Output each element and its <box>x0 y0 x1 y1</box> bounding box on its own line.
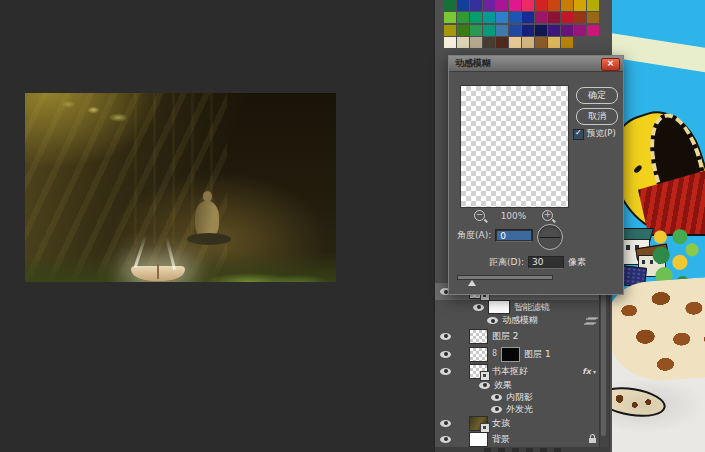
layer-name[interactable]: 背景 <box>492 433 510 446</box>
layer-row-layer2[interactable]: 图层 2 <box>435 327 610 345</box>
footer-icon[interactable] <box>526 448 533 452</box>
layer-row-book[interactable]: 书本抠好 fx▾ <box>435 363 610 379</box>
color-swatch[interactable] <box>457 37 469 48</box>
color-swatch[interactable] <box>548 37 560 48</box>
color-swatch[interactable] <box>509 0 521 11</box>
color-swatch[interactable] <box>483 12 495 23</box>
layer-row-inner-shadow[interactable]: 内阴影 <box>435 391 610 403</box>
fx-icon[interactable]: fx <box>582 367 591 376</box>
close-icon[interactable] <box>601 58 620 71</box>
visibility-eye-icon[interactable] <box>440 368 451 375</box>
filter-name[interactable]: 动感模糊 <box>502 314 538 327</box>
layer-name[interactable]: 智能滤镜 <box>514 301 550 314</box>
layer-row-motion-blur-filter[interactable]: 动感模糊 <box>435 314 610 327</box>
color-swatch[interactable] <box>561 12 573 23</box>
color-swatch[interactable] <box>535 12 547 23</box>
color-swatch[interactable] <box>483 37 495 48</box>
color-swatch[interactable] <box>535 0 547 11</box>
layer-name[interactable]: 书本抠好 <box>492 365 528 378</box>
layer-thumbnail[interactable] <box>469 329 488 344</box>
visibility-eye-icon[interactable] <box>473 304 484 311</box>
zoom-in-icon[interactable] <box>542 210 553 221</box>
layer-thumbnail[interactable] <box>469 347 488 362</box>
preview-checkbox-row[interactable]: 预览(P) <box>573 128 616 140</box>
visibility-eye-icon[interactable] <box>440 420 451 427</box>
layer-row-smart-filters[interactable]: 智能滤镜 <box>435 300 610 314</box>
layer-name[interactable]: 图层 1 <box>524 348 551 361</box>
color-swatch[interactable] <box>483 25 495 36</box>
color-swatch[interactable] <box>561 37 573 48</box>
color-swatch[interactable] <box>561 25 573 36</box>
color-swatch[interactable] <box>509 25 521 36</box>
color-swatch[interactable] <box>496 12 508 23</box>
layer-thumbnail[interactable] <box>469 432 488 447</box>
color-swatch[interactable] <box>470 12 482 23</box>
slider-handle[interactable] <box>468 280 476 286</box>
dialog-title-bar[interactable]: 动感模糊 <box>449 56 623 72</box>
color-swatch[interactable] <box>548 0 560 11</box>
layer-mask-thumbnail[interactable] <box>501 347 520 362</box>
color-swatch[interactable] <box>457 0 469 11</box>
color-swatch[interactable] <box>535 37 547 48</box>
expand-caret-icon[interactable]: ▾ <box>593 368 596 375</box>
color-swatch[interactable] <box>483 0 495 11</box>
layer-row-outer-glow[interactable]: 外发光 <box>435 403 610 415</box>
color-swatch[interactable] <box>509 37 521 48</box>
color-swatch[interactable] <box>574 12 586 23</box>
layers-scrollbar[interactable] <box>599 283 610 450</box>
ok-button[interactable]: 确定 <box>576 87 618 104</box>
color-swatch[interactable] <box>522 25 534 36</box>
zoom-out-icon[interactable] <box>474 210 485 221</box>
color-swatch[interactable] <box>574 25 586 36</box>
layer-row-girl[interactable]: 女孩 <box>435 415 610 431</box>
color-swatch[interactable] <box>444 12 456 23</box>
footer-icon[interactable] <box>498 448 505 452</box>
layer-thumbnail[interactable] <box>469 364 488 379</box>
filter-blending-options-icon[interactable] <box>586 317 596 324</box>
visibility-eye-icon[interactable] <box>491 394 502 401</box>
footer-icon[interactable] <box>540 448 547 452</box>
layer-row-effects[interactable]: 效果 <box>435 379 610 391</box>
color-swatch[interactable] <box>587 12 599 23</box>
footer-icon[interactable] <box>484 448 491 452</box>
color-swatch[interactable] <box>548 12 560 23</box>
color-swatch[interactable] <box>470 25 482 36</box>
cancel-button[interactable]: 取消 <box>576 108 618 125</box>
color-swatch[interactable] <box>522 37 534 48</box>
footer-icon[interactable] <box>554 448 561 452</box>
layer-thumbnail[interactable] <box>469 416 488 431</box>
canvas-photo-girl-forest[interactable] <box>25 93 336 282</box>
checkbox-checked-icon[interactable] <box>573 129 584 140</box>
distance-slider[interactable] <box>457 275 553 280</box>
mask-link-icon[interactable]: 8 <box>492 350 497 358</box>
effect-name[interactable]: 外发光 <box>506 403 533 416</box>
color-swatch[interactable] <box>587 0 599 11</box>
filter-preview-area[interactable] <box>460 85 569 208</box>
visibility-eye-icon[interactable] <box>479 382 490 389</box>
color-swatch[interactable] <box>522 12 534 23</box>
angle-input[interactable]: 0 <box>495 229 533 242</box>
color-swatch[interactable] <box>444 0 456 11</box>
color-swatch[interactable] <box>548 25 560 36</box>
layer-row-layer1[interactable]: 8 图层 1 <box>435 345 610 363</box>
visibility-eye-icon[interactable] <box>440 333 451 340</box>
color-swatch[interactable] <box>561 0 573 11</box>
color-swatch[interactable] <box>574 0 586 11</box>
visibility-eye-icon[interactable] <box>491 406 502 413</box>
color-swatch[interactable] <box>470 0 482 11</box>
visibility-eye-icon[interactable] <box>487 317 498 324</box>
angle-dial[interactable] <box>537 224 563 250</box>
footer-icon[interactable] <box>512 448 519 452</box>
color-swatch[interactable] <box>496 0 508 11</box>
visibility-eye-icon[interactable] <box>440 436 451 443</box>
color-swatch[interactable] <box>587 25 599 36</box>
color-swatch[interactable] <box>457 25 469 36</box>
color-swatch[interactable] <box>457 12 469 23</box>
layer-name[interactable]: 图层 2 <box>492 330 519 343</box>
color-swatch[interactable] <box>444 25 456 36</box>
layer-name[interactable]: 女孩 <box>492 417 510 430</box>
color-swatch[interactable] <box>470 37 482 48</box>
color-swatch[interactable] <box>509 12 521 23</box>
color-swatch[interactable] <box>444 37 456 48</box>
color-swatch[interactable] <box>522 0 534 11</box>
